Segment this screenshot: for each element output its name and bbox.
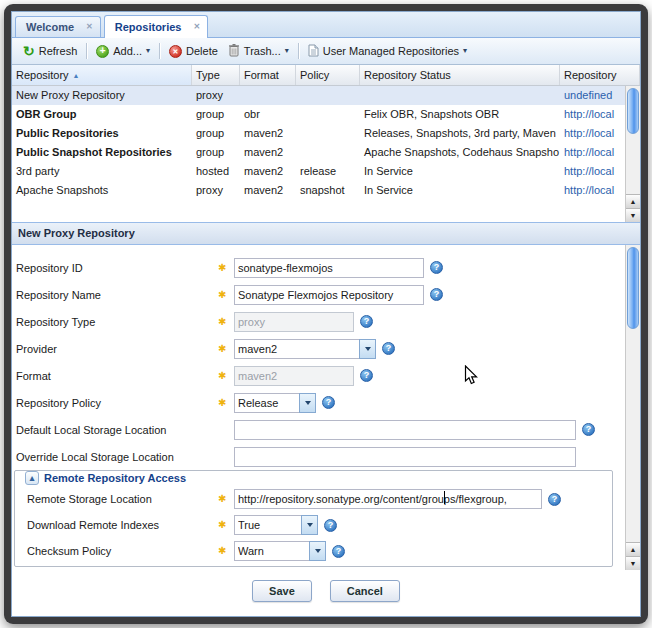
combo-trigger[interactable] [309, 541, 326, 561]
table-row[interactable]: Apache Snapshots proxy maven2 snapshot I… [12, 181, 625, 200]
help-icon[interactable]: ? [322, 396, 335, 409]
scroll-down-button[interactable]: ▼ [626, 556, 640, 570]
table-row[interactable]: 3rd party hosted maven2 release In Servi… [12, 162, 625, 181]
cell-status [360, 86, 560, 105]
close-icon[interactable]: ✕ [193, 23, 200, 31]
cell-repository-link[interactable]: http://local [560, 162, 625, 181]
cell-repository-link[interactable]: http://local [560, 105, 625, 124]
column-header-repository-status[interactable]: Repository Status [360, 65, 560, 85]
delete-label: Delete [186, 45, 218, 57]
combo-trigger[interactable] [299, 393, 316, 413]
add-label: Add... [113, 45, 142, 57]
cell-repository-link[interactable]: http://local [560, 124, 625, 143]
scrollbar-thumb[interactable] [627, 247, 639, 329]
tab-bar: Welcome ✕ Repositories ✕ [12, 12, 640, 38]
scroll-down-button[interactable]: ▼ [626, 208, 640, 222]
download-remote-indexes-value[interactable] [234, 515, 301, 535]
cell-repository-link[interactable]: undefined [560, 86, 625, 105]
close-icon[interactable]: ✕ [86, 23, 93, 31]
help-icon[interactable]: ? [382, 342, 395, 355]
scrollbar-thumb[interactable] [627, 88, 639, 134]
table-row[interactable]: OBR Group group obr Felix OBR, Snapshots… [12, 105, 625, 124]
repository-id-input[interactable] [234, 258, 424, 278]
help-icon[interactable]: ? [360, 369, 373, 382]
download-remote-indexes-combobox[interactable] [234, 515, 318, 535]
grid-scrollbar[interactable]: ▲ ▼ [625, 86, 640, 222]
column-header-type[interactable]: Type [192, 65, 240, 85]
cell-policy [296, 105, 360, 124]
help-icon[interactable]: ? [548, 493, 561, 506]
combo-trigger[interactable] [301, 515, 318, 535]
column-header-policy[interactable]: Policy [296, 65, 360, 85]
mouse-cursor [464, 365, 479, 390]
required-star-icon: ✱ [218, 263, 234, 273]
add-button[interactable]: + Add... ▾ [91, 41, 155, 61]
help-icon[interactable]: ? [332, 545, 345, 558]
remote-storage-location-input[interactable] [234, 489, 542, 509]
form-scroll-area: Repository ID ✱ ? Repository Name ✱ ? Re… [12, 245, 625, 570]
cell-type: proxy [192, 86, 240, 105]
form-row: Remote Storage Location ✱ ? [23, 486, 612, 512]
override-local-storage-input[interactable] [234, 447, 576, 467]
help-icon[interactable]: ? [582, 423, 595, 436]
checksum-policy-value[interactable] [234, 541, 309, 561]
cell-type: group [192, 105, 240, 124]
column-header-format[interactable]: Format [240, 65, 296, 85]
tab-repositories[interactable]: Repositories ✕ [104, 15, 208, 38]
toolbar-separator [86, 43, 87, 59]
panel-title: New Proxy Repository [12, 222, 640, 245]
delete-icon: ✕ [169, 45, 182, 58]
scroll-up-button[interactable]: ▲ [626, 194, 640, 208]
required-star-icon: ✱ [218, 520, 234, 530]
column-header-repository[interactable]: Repository ▲ [12, 65, 192, 85]
cell-type: proxy [192, 181, 240, 200]
cell-status: Releases, Snapshots, 3rd party, Maven [360, 124, 560, 143]
repository-policy-value[interactable] [234, 393, 299, 413]
tab-welcome-label: Welcome [26, 21, 74, 33]
table-row[interactable]: Public Repositories group maven2 Release… [12, 124, 625, 143]
field-label: Checksum Policy [27, 545, 218, 557]
cell-status: Felix OBR, Snapshots OBR [360, 105, 560, 124]
default-local-storage-input[interactable] [234, 420, 576, 440]
column-header-repository-path[interactable]: Repository [560, 65, 640, 85]
field-label: Repository Type [16, 316, 218, 328]
repository-policy-combobox[interactable] [234, 393, 316, 413]
help-icon[interactable]: ? [360, 315, 373, 328]
trash-button[interactable]: Trash... ▾ [223, 41, 294, 61]
cell-format: maven2 [240, 181, 296, 200]
chevron-down-icon: ▾ [285, 47, 289, 55]
cell-repository: OBR Group [12, 105, 192, 124]
cell-status: Apache Snapshots, Codehaus Snapsho [360, 143, 560, 162]
form-row: Download Remote Indexes ✱ ? [23, 512, 612, 538]
table-row[interactable]: Public Snapshot Repositories group maven… [12, 143, 625, 162]
required-star-icon: ✱ [218, 494, 234, 504]
scroll-up-button[interactable]: ▲ [626, 542, 640, 556]
tab-welcome[interactable]: Welcome ✕ [15, 16, 101, 37]
help-icon[interactable]: ? [430, 288, 443, 301]
combo-trigger[interactable] [359, 339, 376, 359]
fieldset-legend: ▴ Remote Repository Access [23, 470, 612, 486]
checksum-policy-combobox[interactable] [234, 541, 326, 561]
help-icon[interactable]: ? [324, 519, 337, 532]
repository-name-input[interactable] [234, 285, 424, 305]
cell-repository-link[interactable]: http://local [560, 143, 625, 162]
save-button[interactable]: Save [252, 580, 312, 602]
collapse-toggle[interactable]: ▴ [25, 471, 39, 485]
repository-type-input [234, 312, 354, 332]
help-icon[interactable]: ? [430, 261, 443, 274]
chevron-down-icon [365, 347, 371, 351]
user-managed-repositories-button[interactable]: User Managed Repositories ▾ [303, 41, 472, 61]
cell-repository-link[interactable]: http://local [560, 181, 625, 200]
table-row[interactable]: New Proxy Repository proxy undefined [12, 86, 625, 105]
cell-policy: snapshot [296, 181, 360, 200]
sort-asc-icon: ▲ [73, 72, 80, 79]
refresh-button[interactable]: ↻ Refresh [18, 41, 82, 61]
required-star-icon: ✱ [218, 371, 234, 381]
delete-button[interactable]: ✕ Delete [164, 41, 223, 61]
cancel-button[interactable]: Cancel [330, 580, 400, 602]
form-scrollbar[interactable]: ▲ ▼ [625, 245, 640, 570]
provider-combobox-value[interactable] [234, 339, 359, 359]
provider-combobox[interactable] [234, 339, 376, 359]
window-frame: Welcome ✕ Repositories ✕ ↻ Refresh + Add… [4, 4, 648, 624]
field-label: Default Local Storage Location [16, 424, 218, 436]
